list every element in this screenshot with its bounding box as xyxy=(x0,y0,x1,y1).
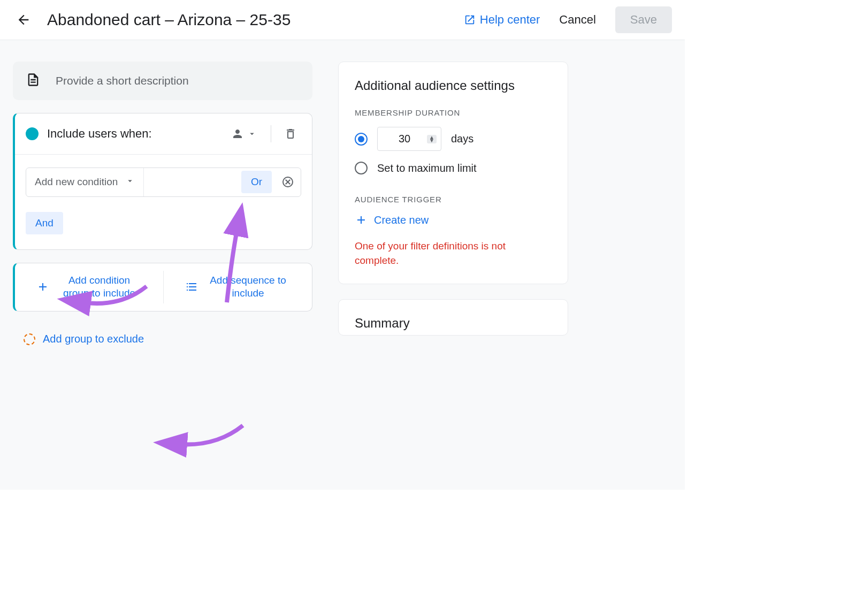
add-condition-dropdown[interactable]: Add new condition xyxy=(26,168,144,196)
page-title: Abandoned cart – Arizona – 25-35 xyxy=(47,11,291,29)
add-exclude-group-button[interactable]: Add group to exclude xyxy=(13,324,312,354)
summary-title: Summary xyxy=(355,316,552,331)
condition-mid: Or xyxy=(144,171,275,193)
main-content: Provide a short description Include user… xyxy=(0,40,685,490)
include-header: Include users when: xyxy=(15,113,312,155)
description-placeholder: Provide a short description xyxy=(56,74,189,87)
radio-selected[interactable] xyxy=(355,133,368,146)
add-group-card: Add condition group to include Add seque… xyxy=(13,263,312,311)
days-label: days xyxy=(451,133,473,145)
help-center-link[interactable]: Help center xyxy=(464,13,540,27)
remove-condition-button[interactable] xyxy=(275,169,301,195)
add-condition-label: Add new condition xyxy=(35,176,118,189)
stepper-icon[interactable]: ▲▼ xyxy=(427,135,437,143)
add-exclude-group-label: Add group to exclude xyxy=(43,333,144,345)
include-indicator-dot xyxy=(26,127,39,140)
dashed-circle-icon xyxy=(24,333,35,345)
audience-trigger-label: AUDIENCE TRIGGER xyxy=(355,195,552,204)
and-button[interactable]: And xyxy=(26,212,63,234)
save-button[interactable]: Save xyxy=(615,6,672,33)
cancel-button[interactable]: Cancel xyxy=(553,9,602,31)
membership-duration-label: MEMBERSHIP DURATION xyxy=(355,108,552,117)
settings-title: Additional audience settings xyxy=(355,78,552,93)
arrow-left-icon xyxy=(16,12,31,27)
trash-icon xyxy=(284,127,297,140)
add-sequence-button[interactable]: Add sequence to include xyxy=(164,263,312,311)
person-icon xyxy=(231,127,244,140)
include-title: Include users when: xyxy=(47,127,217,141)
include-body: Add new condition Or And xyxy=(15,155,312,249)
description-field[interactable]: Provide a short description xyxy=(13,62,312,100)
close-circle-icon xyxy=(281,176,294,188)
plus-icon xyxy=(355,214,368,226)
chevron-down-icon xyxy=(125,176,135,188)
annotation-arrow xyxy=(173,420,248,454)
plus-icon xyxy=(36,280,49,293)
back-button[interactable] xyxy=(13,9,34,31)
chevron-down-icon xyxy=(247,129,257,139)
topbar: Abandoned cart – Arizona – 25-35 Help ce… xyxy=(0,0,685,40)
create-trigger-button[interactable]: Create new xyxy=(355,214,552,226)
max-limit-label: Set to maximum limit xyxy=(377,162,477,174)
summary-card: Summary xyxy=(338,299,568,336)
radio-unselected[interactable] xyxy=(355,162,368,174)
add-condition-group-button[interactable]: Add condition group to include xyxy=(15,263,163,311)
sequence-icon xyxy=(185,280,198,293)
divider xyxy=(271,125,271,142)
open-in-new-icon xyxy=(464,14,476,26)
add-condition-group-label: Add condition group to include xyxy=(57,274,142,300)
right-column: Additional audience settings MEMBERSHIP … xyxy=(338,62,568,336)
duration-input[interactable]: 30 ▲▼ xyxy=(377,127,441,151)
duration-max-option[interactable]: Set to maximum limit xyxy=(355,162,552,174)
add-sequence-label: Add sequence to include xyxy=(205,274,291,300)
description-icon xyxy=(26,72,41,89)
duration-custom-option[interactable]: 30 ▲▼ days xyxy=(355,127,552,151)
error-message: One of your filter definitions is not co… xyxy=(355,239,552,268)
include-card: Include users when: Add new condition xyxy=(13,113,312,250)
scope-selector[interactable] xyxy=(226,124,262,143)
settings-card: Additional audience settings MEMBERSHIP … xyxy=(338,62,568,284)
or-button[interactable]: Or xyxy=(241,171,272,193)
delete-group-button[interactable] xyxy=(280,123,301,145)
create-trigger-label: Create new xyxy=(374,214,429,226)
duration-value: 30 xyxy=(382,133,427,145)
condition-row: Add new condition Or xyxy=(26,168,301,197)
left-column: Provide a short description Include user… xyxy=(13,62,312,354)
help-center-label: Help center xyxy=(480,13,540,27)
